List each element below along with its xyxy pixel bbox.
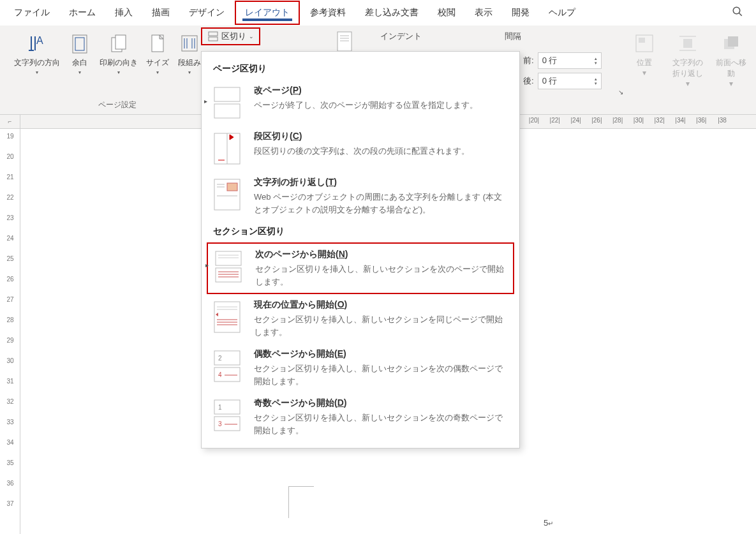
column-break-item[interactable]: 段区切り(C) 段区切りの後の文字列は、次の段の先頭に配置されます。 bbox=[202, 126, 519, 172]
text-direction-button[interactable]: A 文字列の方向 ▾ bbox=[10, 29, 64, 78]
caret-icon: ▾ bbox=[188, 70, 191, 75]
page-corner-mark bbox=[288, 486, 314, 518]
section-breaks-section-title: セクション区切り bbox=[202, 221, 519, 242]
continuous-section-item[interactable]: 現在の位置から開始(O) セクション区切りを挿入し、新しいセクションを同じページ… bbox=[202, 294, 519, 343]
next-page-section-title: 次のページから開始(N) bbox=[255, 249, 509, 260]
margins-button[interactable]: 余白 ▾ bbox=[64, 29, 96, 78]
h-ruler-marks: |20| |22| |24| |26| |28| |30| |32| |34| … bbox=[524, 117, 732, 124]
vertical-ruler[interactable]: 19 20 21 22 23 24 25 26 27 28 29 30 31 3… bbox=[0, 129, 20, 534]
svg-rect-27 bbox=[214, 104, 240, 118]
bring-forward-label: 前面へ移動 bbox=[713, 57, 750, 79]
position-label: 位置 bbox=[637, 57, 652, 68]
svg-rect-21 bbox=[683, 39, 692, 48]
caret-icon: ▾ bbox=[686, 79, 690, 88]
caret-icon: ▾ bbox=[729, 79, 733, 88]
breaks-dropdown: ページ区切り ▸ 改ページ(P) ページが終了し、次のページが開始する位置を指定… bbox=[201, 51, 520, 449]
line-numbers-icon bbox=[335, 31, 358, 54]
page-break-icon bbox=[211, 85, 244, 121]
tab-help[interactable]: ヘルプ bbox=[540, 2, 584, 24]
continuous-section-desc: セクション区切りを挿入し、新しいセクションを同じページで開始します。 bbox=[254, 313, 510, 338]
svg-text:2: 2 bbox=[218, 355, 222, 362]
breaks-icon bbox=[207, 31, 219, 42]
columns-icon bbox=[178, 32, 201, 55]
caret-icon: ▾ bbox=[117, 70, 120, 75]
odd-page-section-desc: セクション区切りを挿入し、新しいセクションを次の奇数ページで開始します。 bbox=[254, 412, 510, 436]
wrap-text-button: 文字列の折り返し ▾ bbox=[669, 32, 706, 88]
spacing-before-value: 0 行 bbox=[542, 55, 558, 66]
wrap-text-icon bbox=[676, 32, 699, 55]
orientation-button[interactable]: 印刷の向き ▾ bbox=[96, 29, 142, 78]
svg-rect-25 bbox=[728, 36, 738, 47]
size-icon bbox=[146, 32, 169, 55]
odd-page-section-icon: 13 bbox=[211, 397, 244, 433]
svg-rect-13 bbox=[209, 32, 218, 36]
column-break-icon bbox=[211, 131, 244, 167]
tab-view[interactable]: 表示 bbox=[466, 2, 501, 24]
svg-point-0 bbox=[733, 7, 740, 14]
svg-rect-4 bbox=[75, 38, 84, 50]
svg-rect-6 bbox=[115, 35, 126, 49]
next-page-section-item[interactable]: ▸ 次のページから開始(N) セクション区切りを挿入し、新しいセクションを次のペ… bbox=[207, 242, 514, 294]
orientation-icon bbox=[107, 32, 130, 55]
caret-icon: ▾ bbox=[36, 70, 38, 75]
svg-rect-35 bbox=[216, 251, 241, 265]
svg-line-1 bbox=[739, 13, 742, 16]
bring-forward-icon bbox=[720, 32, 743, 55]
even-page-section-icon: 24 bbox=[211, 348, 244, 384]
search-icon[interactable] bbox=[732, 6, 743, 20]
next-page-section-icon bbox=[212, 249, 245, 285]
page-break-item[interactable]: ▸ 改ページ(P) ページが終了し、次のページが開始する位置を指定します。 bbox=[202, 80, 519, 126]
svg-rect-31 bbox=[227, 183, 237, 191]
text-wrapping-break-item[interactable]: 文字列の折り返し(T) Web ページのオブジェクトの周囲にある文字列を分離しま… bbox=[202, 172, 519, 221]
spinner-arrows-icon[interactable]: ▴▾ bbox=[595, 56, 597, 65]
svg-text:1: 1 bbox=[218, 404, 222, 411]
spacing-before-label: 前: bbox=[523, 55, 534, 66]
text-wrapping-break-desc: Web ページのオブジェクトの周囲にある文字列を分離します (本文とオブジェクト… bbox=[254, 191, 510, 216]
page-setup-group: A 文字列の方向 ▾ 余白 ▾ 印刷の向き ▾ サイズ ▾ bbox=[6, 29, 209, 114]
spacing-after-input[interactable]: 0 行 ▴▾ bbox=[538, 73, 602, 89]
margins-label: 余白 bbox=[72, 57, 87, 68]
svg-rect-26 bbox=[214, 87, 240, 101]
tab-mailmerge[interactable]: 差し込み文書 bbox=[356, 2, 427, 24]
breaks-label: 区切り bbox=[221, 31, 246, 42]
indent-spacing-labels: インデント 間隔 bbox=[380, 31, 521, 42]
dialog-launcher-icon[interactable]: ↘ bbox=[618, 89, 623, 96]
size-label: サイズ bbox=[146, 57, 169, 68]
column-break-desc: 段区切りの後の文字列は、次の段の先頭に配置されます。 bbox=[254, 145, 510, 158]
svg-text:3: 3 bbox=[218, 420, 222, 427]
text-direction-icon: A bbox=[26, 32, 48, 55]
caret-icon: ▾ bbox=[78, 70, 81, 75]
even-page-section-item[interactable]: 24 偶数ページから開始(E) セクション区切りを挿入し、新しいセクションを次の… bbox=[202, 343, 519, 392]
margins-icon bbox=[68, 32, 91, 55]
tab-references[interactable]: 参考資料 bbox=[301, 2, 355, 24]
breaks-button[interactable]: 区切り ⌄ bbox=[201, 27, 260, 45]
column-break-title: 段区切り(C) bbox=[254, 131, 510, 142]
text-wrapping-break-icon bbox=[211, 177, 244, 212]
svg-text:A: A bbox=[36, 35, 43, 46]
tab-bar: ファイル ホーム 挿入 描画 デザイン レイアウト 参考資料 差し込み文書 校閲… bbox=[0, 0, 756, 26]
size-button[interactable]: サイズ ▾ bbox=[142, 29, 174, 78]
odd-page-section-item[interactable]: 13 奇数ページから開始(D) セクション区切りを挿入し、新しいセクションを次の… bbox=[202, 392, 519, 441]
tab-file[interactable]: ファイル bbox=[5, 2, 59, 24]
odd-page-section-title: 奇数ページから開始(D) bbox=[254, 397, 510, 409]
page-break-desc: ページが終了し、次のページが開始する位置を指定します。 bbox=[254, 99, 510, 112]
tab-draw[interactable]: 描画 bbox=[143, 2, 179, 24]
tab-layout[interactable]: レイアウト bbox=[235, 1, 300, 25]
indent-label: インデント bbox=[380, 31, 422, 42]
tab-review[interactable]: 校閲 bbox=[429, 2, 464, 24]
tab-design[interactable]: デザイン bbox=[180, 2, 233, 24]
svg-rect-19 bbox=[636, 35, 653, 52]
tab-developer[interactable]: 開発 bbox=[503, 2, 538, 24]
tab-home[interactable]: ホーム bbox=[60, 2, 105, 24]
spacing-before-input[interactable]: 0 行 ▴▾ bbox=[538, 52, 602, 69]
tab-insert[interactable]: 挿入 bbox=[106, 2, 142, 24]
spacing-fields: 前: 0 行 ▴▾ 後: 0 行 ▴▾ ↘ bbox=[523, 52, 602, 89]
next-page-section-desc: セクション区切りを挿入し、新しいセクションを次のページで開始します。 bbox=[255, 263, 509, 288]
even-page-section-desc: セクション区切りを挿入し、新しいセクションを次の偶数ページで開始します。 bbox=[254, 362, 510, 387]
text-wrapping-break-title: 文字列の折り返し(T) bbox=[254, 177, 510, 188]
ruler-corner: ⌐ bbox=[0, 115, 20, 129]
wrap-text-label: 文字列の折り返し bbox=[669, 57, 706, 79]
spinner-arrows-icon[interactable]: ▴▾ bbox=[595, 77, 597, 85]
chevron-down-icon: ⌄ bbox=[249, 33, 254, 40]
svg-rect-20 bbox=[639, 38, 645, 43]
